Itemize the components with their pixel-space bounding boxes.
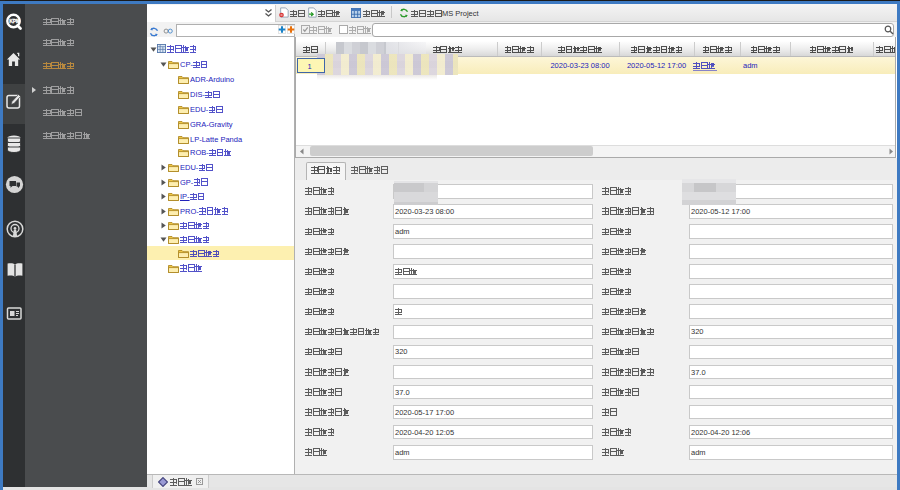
svg-text:KPM: KPM [9, 18, 20, 24]
